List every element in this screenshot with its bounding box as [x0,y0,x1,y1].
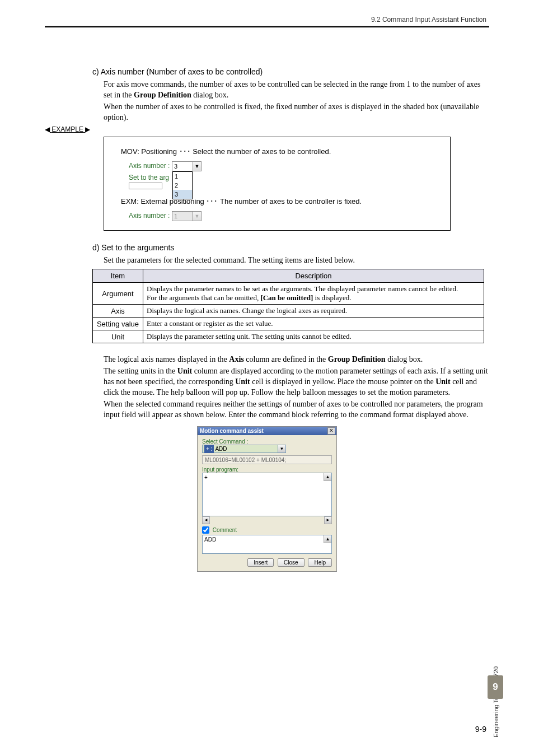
section-d-intro: Set the parameters for the selected comm… [104,255,489,266]
example-label: ◀ EXAMPLE ▶ [45,125,489,133]
arguments-table: Item Description Argument Displays the p… [92,269,484,343]
chevron-down-icon[interactable]: ▼ [278,445,285,452]
argument-partial-box [129,183,162,189]
axis-number-combo-disabled: 1▼ [172,211,202,221]
dialog-titlebar[interactable]: Motion command assist ✕ [198,427,336,435]
scroll-right-icon[interactable]: ► [324,516,332,524]
select-command-label: Select Command : [202,438,248,445]
axis-number-frag-1: Axis number : 3▼ 1 2 3 Set to the arg [129,161,439,189]
example-box: MOV: Positioning ･･･ Select the number o… [104,137,451,231]
help-button[interactable]: Help [308,558,332,567]
axis-number-label-2: Axis number : [129,212,170,220]
axis-option-3[interactable]: 3 [173,190,192,199]
comment-value: ADD [204,536,216,543]
table-row: Setting value Enter a constant or regist… [93,318,484,330]
axis-number-label: Axis number : [129,162,170,170]
cell-item: Argument [93,283,143,305]
comment-checkbox-row: Comment [202,526,332,534]
example-line1: MOV: Positioning ･･･ Select the number o… [121,147,439,156]
section-c-p1: For axis move commands, the number of ax… [104,80,489,101]
axis-number-frag-2: Axis number : 1▼ [129,211,439,221]
cell-desc: Displays the parameter names to be set a… [143,283,484,305]
select-command-value: ADD [215,446,227,452]
close-icon[interactable]: ✕ [327,427,335,435]
command-format-box: ML00106=ML00102 + ML00104; [202,455,332,464]
page-number: 9-9 [475,725,486,734]
comment-textarea[interactable]: ADD ▲ [202,535,332,554]
chevron-down-icon[interactable]: ▼ [193,162,201,171]
section-c-title: c) Axis number (Number of axes to be con… [92,67,489,76]
insert-button[interactable]: Insert [247,558,274,567]
table-row: Unit Displays the parameter setting unit… [93,330,484,343]
cell-item: Setting value [93,318,143,330]
scroll-left-icon[interactable]: ◄ [202,516,210,524]
input-program-label: Input program: [202,466,332,473]
axis-number-combo[interactable]: 3▼ 1 2 3 [172,161,202,171]
input-program-textarea[interactable]: + ▲ [202,473,332,516]
axis-option-2[interactable]: 2 [173,181,192,190]
header-rule [45,26,489,27]
close-button[interactable]: Close [278,558,305,567]
th-item: Item [93,269,143,283]
set-to-arg-label: Set to the arg [129,174,439,181]
comment-checkbox[interactable] [202,526,209,534]
example-line2: EXM: External positioning ･･･ The number… [121,197,439,206]
section-d-title: d) Set to the arguments [92,243,489,252]
cell-desc: Enter a constant or register as the set … [143,318,484,330]
para2-p2: The setting units in the Unit column are… [104,366,489,398]
scroll-up-icon[interactable]: ▲ [324,473,331,481]
axis-number-value: 3 [172,162,193,171]
para2-p1: The logical axis names displayed in the … [104,354,489,365]
horizontal-scrollbar[interactable]: ◄ ► [202,516,332,524]
select-command-combo[interactable]: + :ADD ▼ [202,445,286,453]
th-desc: Description [143,269,484,283]
dialog-title: Motion command assist [200,428,264,434]
cell-item: Unit [93,330,143,343]
cell-desc: Displays the parameter setting unit. The… [143,330,484,343]
table-row: Axis Displays the logical axis names. Ch… [93,305,484,318]
axis-number-value-2: 1 [172,212,193,221]
input-program-value: + [204,474,208,480]
table-row: Argument Displays the parameter names to… [93,283,484,305]
section-c-p2: When the number of axes to be controlled… [104,102,489,123]
chapter-tab: 9 [488,675,503,699]
chevron-down-icon-disabled: ▼ [193,212,201,221]
cell-desc: Displays the logical axis names. Change … [143,305,484,318]
header-breadcrumb: 9.2 Command Input Assistant Function [371,16,486,24]
cell-item: Axis [93,305,143,318]
para2-p3: When the selected command requires neith… [104,399,489,421]
scroll-up-icon[interactable]: ▲ [324,535,331,543]
comment-label: Comment [213,527,237,533]
select-command-prefix: + : [204,445,214,453]
motion-command-assist-dialog: Motion command assist ✕ Select Command :… [197,426,337,572]
